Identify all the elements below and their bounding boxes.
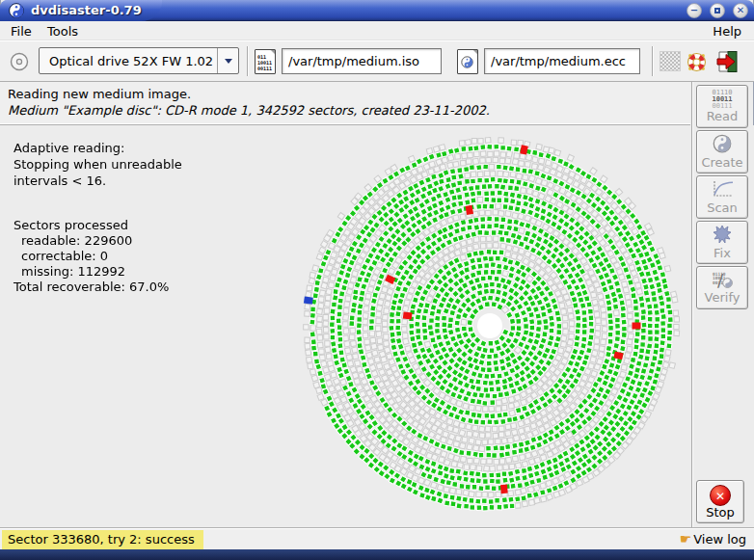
window-title: dvdisaster-0.79 bbox=[31, 3, 142, 17]
chevron-down-icon bbox=[225, 59, 232, 64]
toolbar-separator bbox=[652, 46, 654, 76]
stop-label: Stop bbox=[706, 506, 735, 520]
sectors-title: Sectors processed bbox=[13, 218, 128, 232]
read-label: Read bbox=[707, 110, 739, 123]
fix-label: Fix bbox=[714, 247, 731, 260]
minimize-button[interactable]: − bbox=[687, 3, 702, 18]
app-yinyang-icon bbox=[9, 3, 24, 21]
verify-label: Verify bbox=[705, 291, 741, 305]
sectors-correctable: correctable: 0 bbox=[21, 249, 108, 263]
view-log-label: View log bbox=[693, 532, 746, 547]
sectors-missing: missing: 112992 bbox=[21, 264, 125, 279]
read-button[interactable]: 01110 10011 00111 Read bbox=[696, 85, 748, 128]
menu-file[interactable]: File bbox=[4, 23, 39, 40]
stop-icon: ✕ bbox=[710, 485, 731, 506]
scan-label: Scan bbox=[707, 201, 738, 215]
maximize-button[interactable] bbox=[710, 3, 725, 18]
status-line-primary: Reading new medium image. bbox=[8, 87, 191, 101]
drive-select[interactable]: Optical drive 52X FW 1.02 bbox=[39, 47, 239, 74]
combo-arrow bbox=[217, 48, 238, 73]
reading-mode-label: Adaptive reading: bbox=[13, 141, 124, 155]
toolbar: Optical drive 52X FW 1.02 011 10011 0011… bbox=[0, 40, 754, 82]
preferences-icon-disabled[interactable] bbox=[660, 51, 681, 71]
stop-button[interactable]: ✕ Stop bbox=[696, 480, 744, 523]
sidebar-separator bbox=[691, 82, 693, 527]
create-button[interactable]: Create bbox=[696, 130, 748, 173]
view-log-button[interactable]: ☛View log bbox=[680, 531, 746, 547]
iso-file-icon: 011 10011 00111 bbox=[255, 49, 276, 74]
stopping-rule-line2: intervals < 16. bbox=[13, 173, 106, 188]
status-line-medium-info: Medium "Example disc": CD-R mode 1, 3425… bbox=[8, 103, 490, 118]
stopping-rule-line1: Stopping when unreadable bbox=[13, 157, 182, 172]
statusbar: Sector 333680, try 2: success ☛View log bbox=[0, 527, 754, 549]
cd-disc-icon bbox=[9, 51, 30, 72]
drive-select-value: Optical drive 52X FW 1.02 bbox=[40, 54, 217, 68]
scan-button[interactable]: Scan bbox=[696, 175, 748, 219]
pointing-hand-icon: ☛ bbox=[680, 531, 692, 547]
read-binary-icon: 01110 10011 00111 bbox=[712, 90, 732, 110]
menu-help[interactable]: Help bbox=[706, 23, 748, 40]
create-label: Create bbox=[701, 156, 742, 170]
fix-splat-icon bbox=[713, 225, 732, 247]
total-recoverable: Total recoverable: 67.0% bbox=[13, 280, 169, 294]
drive-icon-button[interactable] bbox=[6, 48, 33, 75]
verify-icon: 01110 10011 00111 ∕ bbox=[712, 272, 733, 291]
scan-curve-icon bbox=[711, 180, 734, 201]
iso-path-input[interactable] bbox=[282, 48, 442, 74]
sector-status-message: Sector 333680, try 2: success bbox=[2, 530, 203, 549]
help-lifebelt-icon[interactable] bbox=[683, 48, 710, 75]
create-yinyang-icon bbox=[713, 134, 732, 156]
quit-exit-icon[interactable] bbox=[714, 48, 741, 75]
toolbar-separator bbox=[247, 46, 249, 76]
window-bottom-border bbox=[0, 549, 754, 560]
sectors-readable: readable: 229600 bbox=[21, 233, 132, 248]
menu-tools[interactable]: Tools bbox=[40, 23, 85, 40]
ecc-file-icon bbox=[457, 49, 478, 74]
titlebar: dvdisaster-0.79 − ✕ bbox=[0, 0, 754, 21]
fix-button[interactable]: Fix bbox=[696, 221, 748, 264]
verify-button[interactable]: 01110 10011 00111 ∕ Verify bbox=[696, 266, 748, 309]
menubar: File Tools Help bbox=[0, 21, 754, 40]
close-button[interactable]: ✕ bbox=[733, 3, 748, 18]
header-status: Reading new medium image. Medium "Exampl… bbox=[0, 82, 690, 125]
ecc-path-input[interactable] bbox=[484, 48, 640, 74]
main-area: Adaptive reading: Stopping when unreadab… bbox=[0, 125, 754, 527]
